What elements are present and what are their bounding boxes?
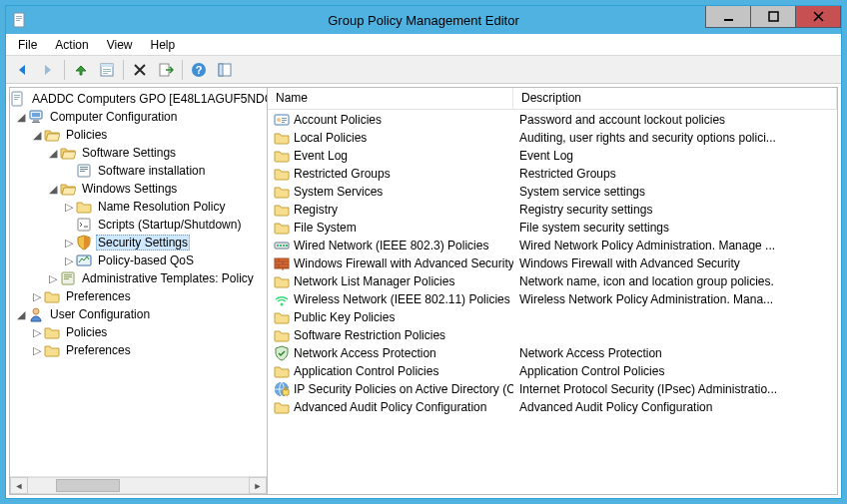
list-item[interactable]: Wired Network (IEEE 802.3) PoliciesWired… — [268, 237, 837, 254]
collapse-icon[interactable]: ◢ — [46, 146, 60, 160]
collapse-icon[interactable]: ◢ — [46, 182, 60, 196]
column-description[interactable]: Description — [513, 88, 837, 109]
panes-button[interactable] — [213, 59, 237, 81]
client-area: AADDC Computers GPO [E48L1AGUF5NDC\ ◢ Co… — [9, 87, 838, 495]
list-item[interactable]: File SystemFile system security settings — [268, 219, 837, 237]
collapse-icon[interactable]: ◢ — [30, 128, 44, 142]
tree-software-settings[interactable]: ◢ Software Settings — [10, 144, 267, 162]
list-item[interactable]: Event LogEvent Log — [268, 147, 837, 165]
expand-icon[interactable]: ▷ — [46, 271, 60, 285]
list-item[interactable]: Software Restriction Policies — [268, 326, 837, 344]
tree-windows-settings[interactable]: ◢ Windows Settings — [10, 180, 267, 198]
list-item[interactable]: Network Access ProtectionNetwork Access … — [268, 344, 837, 362]
list-item[interactable]: Application Control PoliciesApplication … — [268, 362, 837, 380]
folder-open-icon — [60, 181, 76, 197]
wireless-icon — [274, 291, 290, 307]
list-item[interactable]: Local PoliciesAuditing, user rights and … — [268, 129, 837, 147]
menu-help[interactable]: Help — [143, 36, 184, 54]
delete-button[interactable] — [128, 59, 152, 81]
folder-icon — [76, 199, 92, 215]
wired-icon — [274, 238, 290, 253]
list-item-desc: Internet Protocol Security (IPsec) Admin… — [513, 382, 837, 396]
folder-icon — [274, 184, 290, 200]
tree-computer-config[interactable]: ◢ Computer Configuration — [10, 108, 267, 126]
list-item-desc: Network Access Protection — [513, 346, 837, 360]
svg-rect-45 — [769, 12, 778, 21]
list-body[interactable]: Account PoliciesPassword and account loc… — [268, 110, 837, 417]
menu-view[interactable]: View — [99, 36, 141, 54]
tree-user-policies[interactable]: ▷ Policies — [10, 323, 267, 341]
list-item[interactable]: Windows Firewall with Advanced SecurityW… — [268, 254, 837, 272]
nap-icon — [274, 345, 290, 361]
list-item[interactable]: Wireless Network (IEEE 802.11) PoliciesW… — [268, 290, 837, 308]
tree-policies[interactable]: ◢ Policies — [10, 126, 267, 144]
list-item-name: Windows Firewall with Advanced Security — [294, 256, 513, 270]
folder-icon — [274, 130, 290, 146]
user-icon — [28, 306, 44, 322]
titlebar: Group Policy Management Editor — [6, 6, 841, 34]
tree-name-resolution[interactable]: ▷ Name Resolution Policy — [10, 198, 267, 216]
scroll-thumb[interactable] — [56, 479, 120, 492]
tree-scripts[interactable]: Scripts (Startup/Shutdown) — [10, 216, 267, 234]
scroll-left-button[interactable]: ◄ — [10, 477, 28, 494]
help-button[interactable] — [187, 59, 211, 81]
folder-icon — [274, 220, 290, 236]
list-item-name: Network List Manager Policies — [294, 274, 454, 288]
expand-icon[interactable]: ▷ — [62, 236, 76, 250]
list-item[interactable]: Restricted GroupsRestricted Groups — [268, 165, 837, 183]
tree-software-install[interactable]: Software installation — [10, 162, 267, 180]
tree-pane: AADDC Computers GPO [E48L1AGUF5NDC\ ◢ Co… — [10, 88, 268, 494]
folder-icon — [44, 324, 60, 340]
toolbar — [6, 56, 841, 84]
svg-rect-44 — [724, 19, 733, 21]
column-name[interactable]: Name — [268, 88, 513, 109]
scroll-track[interactable] — [28, 477, 249, 494]
folder-icon — [274, 273, 290, 289]
folder-icon — [274, 327, 290, 343]
scripts-icon — [76, 217, 92, 233]
expand-icon[interactable]: ▷ — [30, 289, 44, 303]
scroll-right-button[interactable]: ► — [249, 477, 267, 494]
expand-icon[interactable]: ▷ — [30, 343, 44, 357]
collapse-icon[interactable]: ◢ — [14, 307, 28, 321]
folder-icon — [274, 309, 290, 325]
export-button[interactable] — [154, 59, 178, 81]
shield-icon — [76, 235, 92, 251]
tree-preferences[interactable]: ▷ Preferences — [10, 287, 267, 305]
collapse-icon[interactable]: ◢ — [14, 110, 28, 124]
expand-icon[interactable]: ▷ — [62, 253, 76, 267]
up-button[interactable] — [69, 59, 93, 81]
properties-button[interactable] — [95, 59, 119, 81]
list-item-desc: Event Log — [513, 149, 837, 163]
tree-horizontal-scrollbar[interactable]: ◄ ► — [10, 476, 267, 494]
back-button[interactable] — [10, 59, 34, 81]
tree-admin-templates[interactable]: ▷ Administrative Templates: Policy — [10, 269, 267, 287]
list-item[interactable]: IP Security Policies on Active Directory… — [268, 380, 837, 398]
tree-user-config[interactable]: ◢ User Configuration — [10, 305, 267, 323]
list-item-name: Event Log — [294, 149, 348, 163]
list-item[interactable]: Account PoliciesPassword and account loc… — [268, 111, 837, 129]
list-item-name: Advanced Audit Policy Configuration — [294, 400, 486, 414]
list-item-desc: Wired Network Policy Administration. Man… — [513, 239, 837, 252]
tree-policy-qos[interactable]: ▷ Policy-based QoS — [10, 252, 267, 269]
toolbar-sep — [123, 60, 124, 80]
doc-icon — [10, 91, 26, 107]
expand-icon[interactable]: ▷ — [30, 325, 44, 339]
tree-root[interactable]: AADDC Computers GPO [E48L1AGUF5NDC\ — [10, 90, 267, 108]
tree[interactable]: AADDC Computers GPO [E48L1AGUF5NDC\ ◢ Co… — [10, 88, 267, 476]
maximize-button[interactable] — [750, 6, 796, 28]
forward-button[interactable] — [36, 59, 60, 81]
minimize-button[interactable] — [705, 6, 751, 28]
close-button[interactable] — [795, 6, 841, 28]
list-item[interactable]: RegistryRegistry security settings — [268, 201, 837, 219]
list-item[interactable]: Network List Manager PoliciesNetwork nam… — [268, 272, 837, 290]
list-item-desc: System service settings — [513, 185, 837, 199]
list-item[interactable]: Public Key Policies — [268, 308, 837, 326]
expand-icon[interactable]: ▷ — [62, 200, 76, 214]
list-item[interactable]: System ServicesSystem service settings — [268, 183, 837, 201]
tree-user-preferences[interactable]: ▷ Preferences — [10, 341, 267, 359]
tree-security-settings[interactable]: ▷ Security Settings — [10, 234, 267, 252]
menu-action[interactable]: Action — [47, 36, 96, 54]
menu-file[interactable]: File — [10, 36, 45, 54]
list-item[interactable]: Advanced Audit Policy ConfigurationAdvan… — [268, 398, 837, 416]
